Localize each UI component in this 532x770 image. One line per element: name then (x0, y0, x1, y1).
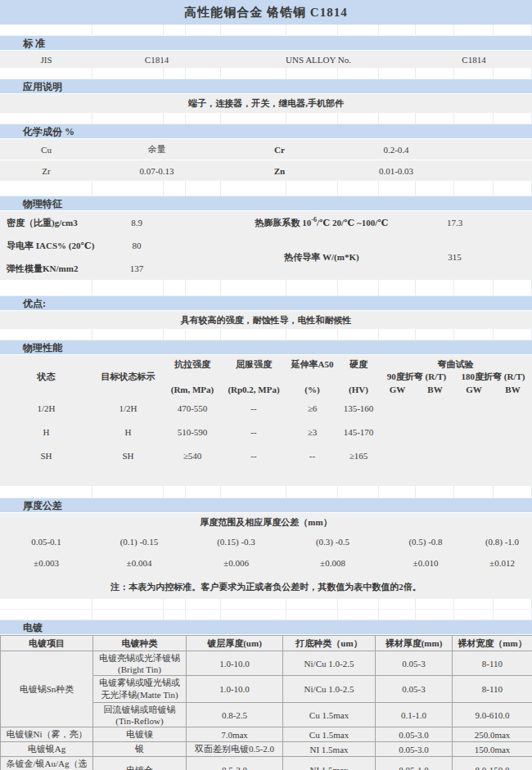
underplate-cell: Ni/Cu 1.0-2.5 (283, 651, 376, 676)
base-thickness-cell: 0.05-3 (376, 651, 453, 676)
state-cell: 1/2H (0, 403, 92, 413)
grid-cell (416, 25, 454, 35)
thickness-note: 注：本表为内控标准。客户要求为正或者负公差时，其数值为表中数值的2倍。 (0, 574, 532, 599)
standards-row: JIS C1814 UNS ALLOY No. C1814 (0, 51, 532, 68)
grid-cell (164, 329, 186, 340)
mechanical-row: H H 510-590 -- ≥3 145-170 (0, 420, 532, 444)
col-header-target: 目标状态标示 (92, 371, 164, 383)
grid-cell (92, 329, 164, 340)
grid-cell (92, 610, 164, 619)
grid-cell (379, 25, 416, 35)
tolerance-cell: ±0.006 (186, 558, 286, 568)
grid-cell (164, 68, 186, 79)
grid-cell (0, 486, 92, 498)
grid-cell (0, 329, 92, 340)
element-content: 余量 (92, 143, 221, 155)
section-header-chemistry: 化学成份 % (0, 124, 532, 139)
tolerance-cell: ±0.008 (286, 558, 379, 568)
grid-cell (186, 280, 221, 295)
grid-cell (416, 486, 454, 498)
mechanical-table-header: 状态 目标状态标示 抗拉强度 屈服强度 延伸率A50 硬度 弯曲试验 90度折弯… (0, 355, 532, 396)
standards-jis-label: JIS (0, 55, 92, 65)
grid-cell (416, 610, 454, 619)
hardness-cell: 145-170 (338, 427, 379, 437)
col-header-bend-test: 弯曲试验 (379, 358, 532, 371)
plating-kind-cell: 电镀雾锡或哑光锡或无光泽锡(Matte Tin) (93, 676, 187, 703)
grid-cell (494, 25, 532, 35)
plating-item-cell: 电镀银Ag (1, 742, 93, 757)
grid-cell (416, 599, 454, 609)
element-symbol: Zr (0, 166, 92, 176)
physical-properties-block: 密度（比重)g/cm3 8.9 导电率 IACS% (20℃) 80 弹性模量K… (0, 211, 532, 280)
grid-cell (164, 181, 186, 196)
plating-header-row: 电镀项目 电镀种类 镀层厚度(um) 打底种类（um） 裸材厚度(mm) 裸材宽… (1, 636, 532, 651)
element-content: 0.01-0.03 (338, 166, 454, 176)
section-header-plating-label: 电镀 (23, 622, 43, 633)
base-width-cell: 150.0max (453, 742, 532, 757)
layer-thickness-cell: 0.8-2.5 (187, 703, 283, 727)
grid-cell (164, 599, 186, 609)
base-width-cell: 250.0max (453, 727, 532, 742)
col-header-bend-90: 90度折弯 (R/T) (379, 371, 454, 383)
grid-spacer-row (0, 486, 532, 498)
range-cell: (0.1) -0.15 (92, 537, 186, 547)
underplate-cell: NI 1.5max (283, 757, 376, 770)
thickness-tolerance-block: 厚度范围及相应厚度公差（mm） 0.05-0.1 (0.1) -0.15 (0.… (0, 513, 532, 599)
exponent: -6 (311, 216, 317, 223)
col-header-yield: 屈服强度 (221, 358, 286, 371)
grid-cell (416, 280, 454, 295)
grid-cell (454, 610, 494, 619)
col-header-base-thickness: 裸材厚度(mm) (376, 636, 453, 651)
property-row: 弹性模量KN/mm2 137 (0, 257, 221, 280)
element-content: 0.07-0.13 (92, 166, 221, 176)
plating-row: 电镀银Ag 银 双面差别电镀0.5-2.0 NI 1.5max 0.05-3.0… (1, 742, 532, 757)
grid-cell (186, 329, 221, 340)
grid-cell (494, 68, 532, 79)
col-header-hardness: 硬度 (338, 358, 379, 371)
grid-cell (454, 329, 494, 340)
grid-cell (164, 113, 186, 124)
col-header-bend-180: 180度折弯 (R/T) (454, 371, 532, 383)
plating-item-cell: 条镀金/银Au/Ag（选镀金或银） (1, 757, 93, 770)
grid-cell (0, 68, 92, 79)
col-header-underplate: 打底种类（um） (283, 636, 376, 651)
grid-cell (454, 599, 494, 609)
application-content: 端子，连接器，开关，继电器,手机部件 (0, 94, 532, 113)
yield-cell: -- (221, 451, 286, 461)
layer-thickness-cell: 双面差别电镀0.5-2.0 (187, 742, 283, 757)
grid-cell (0, 599, 92, 609)
grid-cell (92, 486, 164, 498)
property-value: 80 (112, 241, 161, 250)
thickness-tolerance-row: ±0.003 ±0.004 ±0.006 ±0.008 ±0.010 ±0.01… (0, 552, 532, 574)
grid-cell (494, 486, 532, 498)
range-cell: (0.3) -0.5 (286, 537, 379, 547)
grid-cell (0, 181, 92, 196)
grid-cell (379, 599, 416, 609)
section-header-application-label: 应用说明 (23, 81, 62, 92)
tensile-cell: 470-550 (164, 403, 221, 413)
property-value: 17.3 (416, 218, 494, 227)
base-width-cell: 9.0-610.0 (453, 703, 532, 727)
tolerance-cell: ±0.010 (379, 558, 472, 568)
grid-cell (494, 113, 532, 124)
grid-cell (92, 113, 164, 124)
grid-cell (92, 181, 164, 196)
plating-item-cell: 电镀锡Sn种类 (1, 651, 93, 727)
grid-spacer-row (0, 113, 532, 124)
label-text: /℃ 20/℃ ~100/℃ (317, 218, 388, 227)
section-header-advantages-label: 优点: (23, 298, 46, 309)
grid-cell (186, 599, 221, 609)
page-title-text: 高性能铜合金 铬锆铜 C1814 (184, 5, 347, 20)
grid-cell (221, 599, 286, 609)
range-cell: 0.05-0.1 (0, 537, 92, 547)
layer-thickness-cell: 1.0-10.0 (187, 676, 283, 703)
grid-cell (186, 68, 221, 79)
advantages-content: 具有较高的强度，耐蚀性导，电性和耐候性 (0, 311, 532, 329)
physical-left-column: 密度（比重)g/cm3 8.9 导电率 IACS% (20℃) 80 弹性模量K… (0, 211, 221, 280)
grid-cell (186, 486, 221, 498)
target-cell: H (92, 427, 164, 437)
thickness-range-row: 0.05-0.1 (0.1) -0.15 (0.15) -0.3 (0.3) -… (0, 531, 532, 552)
grid-spacer-row (0, 329, 532, 340)
grid-spacer-row (0, 610, 532, 620)
property-label: 热传导率 W/(m*K) (221, 251, 416, 263)
